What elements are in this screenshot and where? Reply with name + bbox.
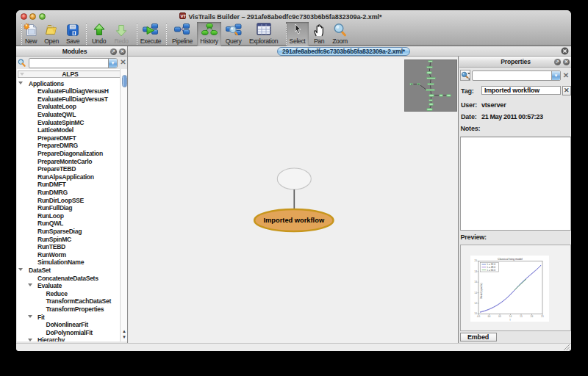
svg-text:0.0: 0.0 bbox=[487, 315, 490, 318]
svg-text:-0.5: -0.5 bbox=[476, 315, 480, 318]
svg-text:0.5: 0.5 bbox=[498, 315, 501, 318]
svg-text:1.4: 1.4 bbox=[474, 291, 477, 294]
svg-text:2.0: 2.0 bbox=[474, 259, 477, 262]
svg-text:Model (specific): Model (specific) bbox=[479, 283, 482, 298]
svg-text:1.6: 1.6 bbox=[474, 281, 477, 283]
svg-text:L = 64.0: L = 64.0 bbox=[487, 268, 495, 271]
svg-text:1.5: 1.5 bbox=[520, 315, 523, 318]
svg-text:1.0: 1.0 bbox=[509, 315, 512, 318]
svg-text:1.2: 1.2 bbox=[474, 301, 477, 304]
svg-text:2.5: 2.5 bbox=[541, 315, 544, 318]
svg-text:Classical Ising model: Classical Ising model bbox=[498, 257, 523, 260]
svg-text:2.0: 2.0 bbox=[530, 315, 533, 318]
svg-text:1.0: 1.0 bbox=[474, 312, 477, 315]
svg-text:Imported workflow: Imported workflow bbox=[263, 217, 324, 224]
svg-text:1.8: 1.8 bbox=[474, 270, 477, 272]
